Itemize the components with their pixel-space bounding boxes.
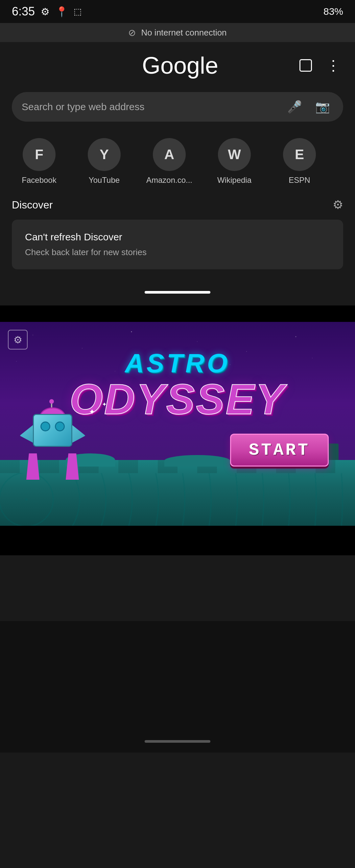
- game-start-button[interactable]: START: [230, 434, 329, 467]
- shortcut-item-youtube[interactable]: Y YouTube: [72, 138, 137, 185]
- home-bar: [144, 291, 211, 293]
- voice-search-button[interactable]: 🎤: [284, 97, 305, 117]
- star-decoration-2: ✦: [102, 401, 107, 408]
- star-decoration-1: ✦: [89, 407, 95, 416]
- shortcut-item-facebook[interactable]: F Facebook: [7, 138, 72, 185]
- discover-card-title: Can't refresh Discover: [25, 231, 330, 243]
- shortcut-circle-y: Y: [88, 138, 121, 171]
- search-bar[interactable]: Search or type web address 🎤 📷: [12, 92, 343, 122]
- shortcut-label-youtube: YouTube: [89, 176, 120, 185]
- lander-fin-right: [71, 424, 86, 443]
- shortcut-circle-w: W: [218, 138, 251, 171]
- game-character: [20, 407, 86, 480]
- game-settings-button[interactable]: [8, 330, 28, 349]
- discover-card-subtitle: Check back later for new stories: [25, 247, 330, 257]
- settings-icon: ⚙: [41, 6, 50, 18]
- discover-header: Discover ⚙: [12, 198, 343, 212]
- discover-settings-button[interactable]: ⚙: [333, 198, 343, 212]
- shortcut-label-facebook: Facebook: [22, 176, 56, 185]
- camera-search-button[interactable]: 📷: [312, 97, 333, 117]
- shortcut-item-amazon[interactable]: A Amazon.co...: [137, 138, 202, 185]
- shortcut-circle-a: A: [153, 138, 186, 171]
- lander-main-body: [33, 414, 72, 447]
- no-wifi-icon: ⊘: [128, 27, 136, 38]
- discover-title: Discover: [12, 199, 53, 211]
- scroll-home-indicator: [0, 279, 355, 305]
- lander-window-right: [55, 422, 65, 431]
- lander-fin-left: [20, 424, 34, 443]
- search-container: Search or type web address 🎤 📷: [0, 86, 355, 131]
- tabs-icon: [299, 59, 312, 72]
- lander-leg-right: [66, 454, 79, 480]
- game-container: ASTRO ODYSSEY ✦ ✦: [0, 322, 355, 526]
- lander-leg-left: [26, 454, 39, 480]
- menu-button[interactable]: ⋮: [323, 56, 343, 75]
- game-top-border: [0, 305, 355, 322]
- discover-card: Can't refresh Discover Check back later …: [12, 220, 343, 269]
- header-actions: ⋮: [296, 56, 343, 75]
- ground-texture: [0, 473, 355, 526]
- chrome-header: Google ⋮: [0, 42, 355, 86]
- lander-body: [20, 407, 86, 480]
- start-button-label: START: [249, 441, 310, 460]
- below-game-area: [0, 555, 355, 621]
- shortcut-item-espn[interactable]: E ESPN: [267, 138, 332, 185]
- shortcut-circle-e: E: [283, 138, 316, 171]
- game-title-astro: ASTRO: [0, 348, 355, 378]
- status-bar: 6:35 ⚙ 📍 ⬚ 83%: [0, 0, 355, 23]
- location-icon: 📍: [56, 6, 68, 18]
- game-section: ASTRO ODYSSEY ✦ ✦: [0, 305, 355, 555]
- search-placeholder: Search or type web address: [22, 101, 278, 113]
- no-internet-text: No internet connection: [141, 28, 226, 38]
- lander-window-left: [40, 422, 50, 431]
- shortcut-label-espn: ESPN: [289, 176, 310, 185]
- ground-bump-2: [164, 455, 230, 467]
- shortcut-label-amazon: Amazon.co...: [146, 176, 192, 185]
- status-right: 83%: [323, 6, 343, 17]
- discover-section: Discover ⚙ Can't refresh Discover Check …: [0, 188, 355, 279]
- google-logo: Google: [64, 52, 296, 79]
- battery-indicator: 83%: [323, 6, 343, 17]
- bottom-home-indicator: [144, 740, 211, 743]
- status-time: 6:35: [12, 5, 35, 19]
- bottom-area: [0, 621, 355, 753]
- no-internet-banner: ⊘ No internet connection: [0, 23, 355, 42]
- lander-antenna-ball: [49, 399, 54, 404]
- shortcut-circle-f: F: [23, 138, 56, 171]
- tabs-button[interactable]: [296, 56, 316, 75]
- status-left: 6:35 ⚙ 📍 ⬚: [12, 5, 82, 19]
- game-bottom-border: [0, 526, 355, 542]
- shortcut-item-wikipedia[interactable]: W Wikipedia: [202, 138, 267, 185]
- game-background: ASTRO ODYSSEY ✦ ✦: [0, 322, 355, 526]
- screenshot-icon: ⬚: [74, 7, 82, 17]
- shortcut-label-wikipedia: Wikipedia: [217, 176, 252, 185]
- more-vert-icon: ⋮: [326, 58, 341, 73]
- shortcuts-row: F Facebook Y YouTube A Amazon.co... W Wi…: [0, 131, 355, 188]
